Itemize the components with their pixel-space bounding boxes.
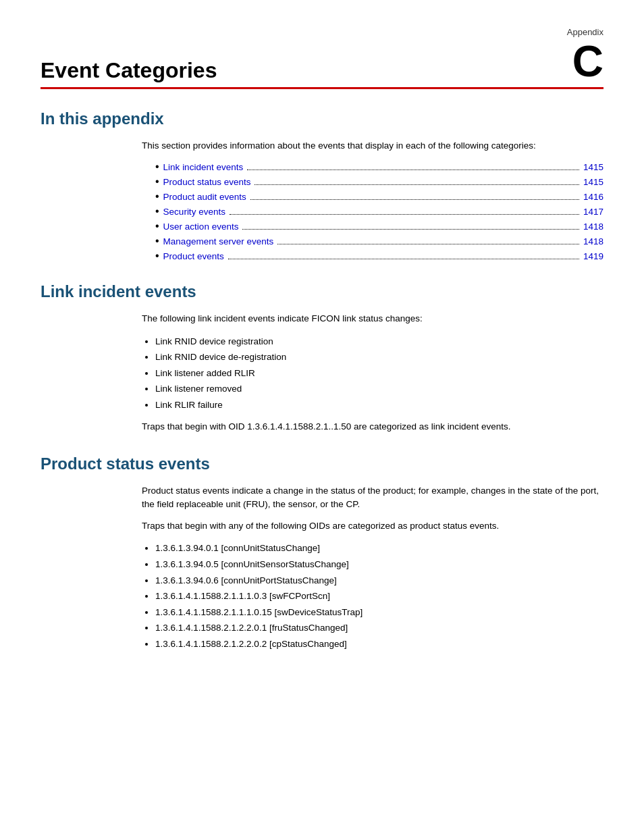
- product-status-heading: Product status events: [41, 454, 603, 473]
- link-incident-intro: The following link incident events indic…: [142, 312, 603, 325]
- toc-page-2[interactable]: 1415: [583, 177, 603, 187]
- list-item: 1.3.6.1.3.94.0.6 [connUnitPortStatusChan…: [155, 573, 603, 588]
- list-item: 1.3.6.1.4.1.1588.2.1.2.2.0.1 [fruStatusC…: [155, 621, 603, 635]
- list-item: Link RLIR failure: [155, 398, 603, 413]
- toc-link-5[interactable]: User action events: [163, 221, 239, 232]
- toc-dots-7: [228, 259, 579, 259]
- toc-link-7[interactable]: Product events: [163, 251, 224, 261]
- toc-bullet-5: •: [155, 220, 159, 232]
- toc-dots-2: [254, 184, 579, 185]
- toc-link-2[interactable]: Product status events: [163, 177, 251, 187]
- toc-link-3[interactable]: Product audit events: [163, 192, 246, 202]
- toc-item-2: • Product status events 1415: [155, 176, 603, 188]
- toc-page-1[interactable]: 1415: [583, 162, 603, 172]
- toc-item-1: • Link incident events 1415: [155, 161, 603, 173]
- list-item: 1.3.6.1.4.1.1588.2.1.1.1.0.15 [swDeviceS…: [155, 605, 603, 620]
- toc-bullet-3: •: [155, 190, 159, 203]
- toc-item-6: • Management server events 1418: [155, 235, 603, 247]
- list-item: 1.3.6.1.3.94.0.1 [connUnitStatusChange]: [155, 541, 603, 556]
- product-status-section: Product status events Product status eve…: [41, 454, 603, 652]
- appendix-label: Appendix: [41, 27, 603, 37]
- page-header: Event Categories C: [41, 40, 603, 83]
- red-rule: [41, 87, 603, 89]
- toc-dots-4: [230, 214, 579, 215]
- toc-link-6[interactable]: Management server events: [163, 236, 274, 246]
- list-item: Link listener removed: [155, 382, 603, 396]
- appendix-letter: C: [572, 40, 603, 83]
- toc-link-1[interactable]: Link incident events: [163, 162, 244, 172]
- toc-bullet-4: •: [155, 205, 159, 217]
- toc-page-3[interactable]: 1416: [583, 192, 603, 202]
- toc-dots-6: [277, 244, 579, 244]
- list-item: 1.3.6.1.3.94.0.5 [connUnitSensorStatusCh…: [155, 557, 603, 572]
- toc-list: • Link incident events 1415 • Product st…: [155, 161, 603, 262]
- product-status-intro1: Product status events indicate a change …: [142, 484, 603, 512]
- page-title: Event Categories: [41, 58, 217, 83]
- toc-dots-5: [242, 229, 579, 230]
- product-status-intro2: Traps that begin with any of the followi…: [142, 519, 603, 533]
- list-item: Link RNID device registration: [155, 334, 603, 349]
- in-this-appendix-heading: In this appendix: [41, 109, 603, 128]
- toc-bullet-1: •: [155, 161, 159, 173]
- list-item: Link RNID device de-registration: [155, 350, 603, 365]
- toc-dots-1: [247, 170, 579, 170]
- link-incident-heading: Link incident events: [41, 282, 603, 301]
- toc-page-7[interactable]: 1419: [583, 251, 603, 261]
- toc-page-4[interactable]: 1417: [583, 207, 603, 217]
- toc-item-7: • Product events 1419: [155, 250, 603, 262]
- list-item: Link listener added RLIR: [155, 366, 603, 381]
- in-this-appendix-intro: This section provides information about …: [142, 139, 603, 153]
- toc-dots-3: [250, 199, 579, 200]
- list-item: 1.3.6.1.4.1.1588.2.1.1.1.0.3 [swFCPortSc…: [155, 589, 603, 604]
- toc-page-6[interactable]: 1418: [583, 236, 603, 246]
- toc-item-3: • Product audit events 1416: [155, 190, 603, 203]
- toc-bullet-7: •: [155, 250, 159, 262]
- link-incident-bullets: Link RNID device registration Link RNID …: [155, 334, 603, 413]
- toc-link-4[interactable]: Security events: [163, 207, 225, 217]
- product-status-bullets: 1.3.6.1.3.94.0.1 [connUnitStatusChange] …: [155, 541, 603, 651]
- link-incident-footer: Traps that begin with OID 1.3.6.1.4.1.15…: [142, 420, 603, 434]
- link-incident-section: Link incident events The following link …: [41, 282, 603, 434]
- toc-page-5[interactable]: 1418: [583, 221, 603, 232]
- list-item: 1.3.6.1.4.1.1588.2.1.2.2.0.2 [cpStatusCh…: [155, 637, 603, 652]
- toc-bullet-6: •: [155, 235, 159, 247]
- toc-item-5: • User action events 1418: [155, 220, 603, 232]
- toc-item-4: • Security events 1417: [155, 205, 603, 217]
- in-this-appendix-section: In this appendix This section provides i…: [41, 109, 603, 262]
- toc-bullet-2: •: [155, 176, 159, 188]
